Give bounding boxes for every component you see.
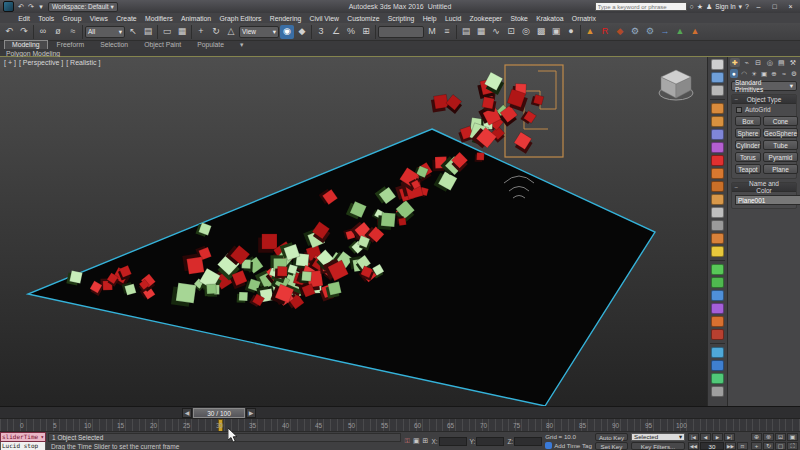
qat-icon-2[interactable]: ▾ <box>36 2 46 12</box>
undo-icon[interactable]: ↶ <box>2 25 16 39</box>
viewport-general-menu[interactable]: [ + ] <box>4 59 16 66</box>
physics-cube[interactable] <box>512 132 534 154</box>
menu-animation[interactable]: Animation <box>177 15 216 22</box>
material-editor-icon[interactable]: ◎ <box>519 25 533 39</box>
plugin-gear1-icon[interactable]: ⚙ <box>628 25 642 39</box>
next-frame-button[interactable]: ▶| <box>724 433 735 441</box>
plugin-arrow-icon[interactable]: → <box>658 25 672 39</box>
ribbon-toggle-icon[interactable]: ▦ <box>474 25 488 39</box>
primitive-button-torus[interactable]: Torus <box>735 152 761 162</box>
schematic-view-icon[interactable]: ⊡ <box>504 25 518 39</box>
display-tab[interactable]: ▤ <box>776 58 786 67</box>
ribbon-config-icon[interactable]: ▾ <box>233 41 250 49</box>
plugin-flame-icon[interactable]: ▲ <box>688 25 702 39</box>
maximize-button[interactable]: □ <box>768 2 781 12</box>
physics-cube[interactable] <box>444 94 463 113</box>
blue-disc-icon[interactable] <box>711 360 724 371</box>
menu-stoke[interactable]: Stoke <box>506 15 532 22</box>
primitive-button-teapot[interactable]: Teapot <box>735 164 761 174</box>
object-name-field[interactable] <box>735 195 800 205</box>
ribbon-tab-object-paint[interactable]: Object Paint <box>137 41 188 49</box>
scene-canvas[interactable] <box>0 57 707 406</box>
menu-ornatrix[interactable]: Ornatrix <box>568 15 601 22</box>
time-slider-handle[interactable]: 30 / 100 <box>193 408 245 418</box>
track-bar[interactable]: 0510152025303540455055606570758085909510… <box>0 418 800 431</box>
plugin-tree-icon[interactable]: ▲ <box>673 25 687 39</box>
selection-lock-icon[interactable]: ▣ <box>413 437 420 445</box>
green-arrow-icon[interactable] <box>711 277 724 288</box>
green-dots-icon[interactable] <box>711 373 724 384</box>
menu-create[interactable]: Create <box>112 15 141 22</box>
utilities-tab[interactable]: ⚒ <box>788 58 798 67</box>
menu-krakatoa[interactable]: Krakatoa <box>532 15 568 22</box>
help-icon[interactable]: ? <box>745 2 749 11</box>
systems-category[interactable]: ⚙ <box>790 69 798 78</box>
spark-icon[interactable] <box>711 246 724 257</box>
primitive-button-sphere[interactable]: Sphere <box>735 128 761 138</box>
ribbon-tab-populate[interactable]: Populate <box>190 41 231 49</box>
name-color-header[interactable]: − Name and Color <box>732 183 796 192</box>
select-move-icon[interactable]: + <box>194 25 208 39</box>
plugin-gear2-icon[interactable]: ⚙ <box>643 25 657 39</box>
fullscreen-icon[interactable]: ⛶ <box>787 442 798 450</box>
listener-line[interactable]: Lucid stop <box>0 442 46 450</box>
z-field[interactable] <box>514 437 542 446</box>
set-key-button[interactable]: Set Key <box>595 442 628 450</box>
render-production-icon[interactable]: ● <box>564 25 578 39</box>
ribbon-tab-modeling[interactable]: Modeling <box>4 40 48 49</box>
bars-icon[interactable] <box>711 142 724 153</box>
menu-civil-view[interactable]: Civil View <box>305 15 343 22</box>
use-center-icon[interactable]: ◉ <box>280 25 294 39</box>
x-field[interactable] <box>439 437 467 446</box>
spacewarps-category[interactable]: ≈ <box>780 69 788 78</box>
go-to-end-button[interactable]: ▶▶ <box>725 442 736 450</box>
select-object-icon[interactable]: ↖ <box>126 25 140 39</box>
menu-edit[interactable]: Edit <box>14 15 34 22</box>
shapes-category[interactable]: ◠ <box>740 69 748 78</box>
maximize-viewport-icon[interactable]: ▢ <box>775 442 786 450</box>
select-scale-icon[interactable]: △ <box>224 25 238 39</box>
qat-icon-1[interactable]: ↷ <box>26 2 36 12</box>
layer-manager-icon[interactable]: ▤ <box>459 25 473 39</box>
cursor-tool-icon[interactable] <box>711 220 724 231</box>
menu-rendering[interactable]: Rendering <box>266 15 306 22</box>
previous-frame-button[interactable]: ◀ <box>182 408 192 418</box>
bind-spacewarp-icon[interactable]: ≈ <box>66 25 80 39</box>
primitive-button-box[interactable]: Box <box>735 116 761 126</box>
viewport-pov-menu[interactable]: [ Perspective ] <box>19 59 63 66</box>
angle-snap-icon[interactable]: ∠ <box>329 25 343 39</box>
cameras-category[interactable]: ▣ <box>760 69 768 78</box>
ref-coord-dropdown[interactable]: View▾ <box>239 26 279 38</box>
perspective-viewport[interactable]: [ + ] [ Perspective ] [ Realistic ] <box>0 57 707 406</box>
app-logo-icon[interactable] <box>3 1 14 12</box>
physics-cube[interactable] <box>520 109 536 125</box>
named-selection-field[interactable] <box>378 26 424 38</box>
keying-mode-dropdown[interactable]: Selected▾ <box>631 433 685 441</box>
zoom-icon[interactable]: ⊕ <box>751 433 762 441</box>
auto-key-button[interactable]: Auto Key <box>595 433 628 441</box>
purple-star-icon[interactable] <box>711 303 724 314</box>
pan-icon[interactable]: + <box>751 442 762 450</box>
user-icon[interactable]: ♟ <box>706 2 712 11</box>
ribbon-tab-freeform[interactable]: Freeform <box>50 41 92 49</box>
primitive-button-tube[interactable]: Tube <box>763 140 798 150</box>
qat-icon-0[interactable]: ↶ <box>16 2 26 12</box>
window-crossing-icon[interactable]: ▦ <box>175 25 189 39</box>
viewcube[interactable] <box>659 70 693 100</box>
menu-zookeeper[interactable]: Zookeeper <box>465 15 506 22</box>
menu-modifiers[interactable]: Modifiers <box>141 15 177 22</box>
wave-icon[interactable] <box>711 129 724 140</box>
select-link-icon[interactable]: ∞ <box>36 25 50 39</box>
menu-tools[interactable]: Tools <box>34 15 58 22</box>
arrow-tool-icon[interactable] <box>711 194 724 205</box>
gray-mouse-icon[interactable] <box>711 386 724 397</box>
time-slider-bar[interactable]: ◀ 30 / 100 ▶ <box>0 406 800 418</box>
render-setup-icon[interactable]: ▩ <box>534 25 548 39</box>
orange-t-icon[interactable] <box>711 316 724 327</box>
primitive-button-geosphere[interactable]: GeoSphere <box>763 128 798 138</box>
zoom-extents-icon[interactable]: ⊡ <box>775 433 786 441</box>
ribbon-tab-selection[interactable]: Selection <box>93 41 135 49</box>
physics-cube[interactable] <box>66 270 82 286</box>
geometry-category[interactable]: ● <box>730 69 738 78</box>
menu-graph-editors[interactable]: Graph Editors <box>215 15 265 22</box>
